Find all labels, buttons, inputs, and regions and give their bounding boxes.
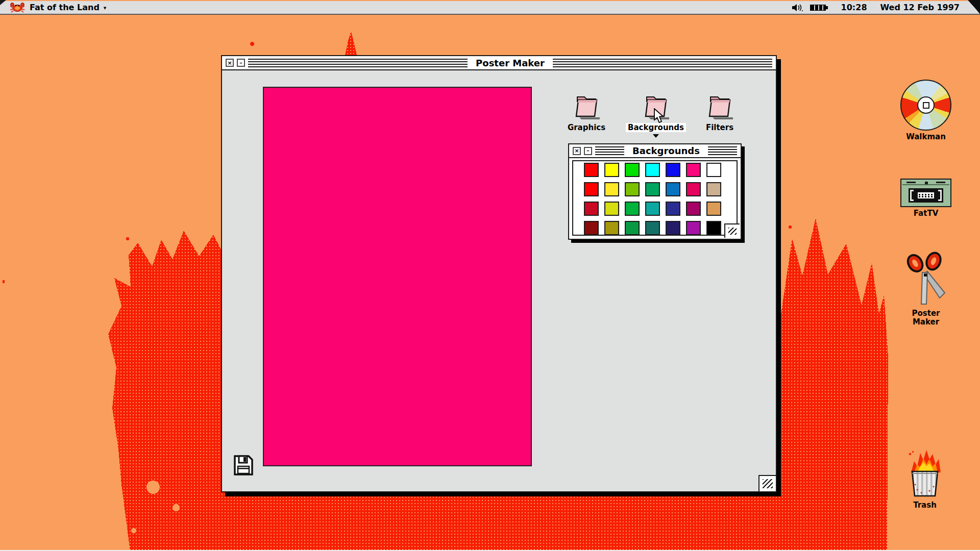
color-swatch[interactable] — [604, 202, 619, 216]
window-resize-grip[interactable] — [758, 475, 776, 491]
color-swatch[interactable] — [686, 221, 701, 235]
color-swatch[interactable] — [686, 202, 701, 216]
app-menu-label: Fat of the Land — [30, 3, 100, 12]
folder-filters[interactable]: Filters — [689, 94, 750, 132]
poster-maker-window: × – Poster Maker Graphics Backgrounds — [221, 55, 777, 492]
folder-graphics[interactable]: Graphics — [556, 94, 617, 132]
color-swatch[interactable] — [604, 182, 619, 196]
minimize-button[interactable]: – — [237, 59, 245, 67]
color-swatch[interactable] — [604, 163, 619, 177]
cursor-arrow — [653, 108, 665, 123]
color-swatch[interactable] — [604, 221, 619, 235]
color-swatch[interactable] — [625, 163, 640, 177]
folder-backgrounds-caret — [653, 134, 659, 138]
close-button[interactable]: × — [226, 59, 234, 67]
battery-icon — [810, 4, 829, 12]
palette-titlebar[interactable]: × – Backgrounds — [569, 144, 741, 158]
color-swatch[interactable] — [645, 202, 660, 216]
app-menu[interactable]: Fat of the Land ▾ — [7, 2, 108, 14]
speaker-icon — [791, 3, 804, 12]
color-swatch[interactable] — [686, 163, 701, 177]
color-swatch[interactable] — [706, 163, 721, 177]
scissors-icon — [904, 251, 948, 306]
burning-trash-icon — [905, 450, 945, 497]
titlebar-lines — [595, 146, 624, 155]
desktop-icon-trash[interactable]: Trash — [898, 450, 951, 510]
crab-icon — [9, 2, 26, 14]
color-swatch[interactable] — [706, 221, 721, 235]
titlebar-lines — [248, 59, 468, 67]
minimize-button[interactable]: – — [584, 147, 592, 155]
palette-resize-grip[interactable] — [724, 223, 740, 238]
flame-speck — [3, 280, 5, 283]
poster-canvas[interactable] — [263, 87, 532, 466]
color-swatch[interactable] — [584, 182, 599, 196]
menu-clock: 10:28 — [841, 3, 867, 12]
app-menu-dropdown-arrow: ▾ — [104, 5, 107, 11]
menu-bar: Fat of the Land ▾ 10:28 Wed 12 Feb 1997 — [0, 1, 980, 15]
color-swatch[interactable] — [686, 182, 701, 196]
color-swatch[interactable] — [584, 163, 599, 177]
desktop-icon-label: Walkman — [899, 133, 952, 141]
color-swatch[interactable] — [706, 182, 721, 196]
desktop-icon-label: Trash — [898, 501, 951, 510]
color-swatch[interactable] — [625, 221, 640, 235]
color-swatch[interactable] — [666, 163, 680, 177]
titlebar-lines — [553, 59, 772, 67]
color-swatch[interactable] — [666, 182, 680, 196]
desktop-icon-label: FatTV — [899, 209, 952, 218]
color-swatch[interactable] — [584, 221, 599, 235]
resize-grip-lines — [763, 479, 773, 488]
folder-backgrounds-label: Backgrounds — [626, 123, 686, 132]
poster-window-titlebar[interactable]: × – Poster Maker — [222, 56, 776, 70]
folder-icon — [572, 94, 601, 120]
vhs-tape-icon — [900, 179, 951, 207]
color-swatch[interactable] — [625, 182, 640, 196]
desktop-icon-fattv[interactable]: FatTV — [899, 179, 952, 218]
color-swatch[interactable] — [645, 221, 660, 235]
folder-icon — [705, 94, 734, 120]
desktop-icon-label: Poster Maker — [905, 309, 946, 327]
desktop-icon-poster-maker[interactable]: Poster Maker — [899, 251, 952, 327]
poster-window-title: Poster Maker — [471, 58, 550, 68]
color-swatch[interactable] — [625, 202, 640, 216]
backgrounds-palette-window: × – Backgrounds — [568, 143, 742, 240]
color-swatch[interactable] — [645, 163, 660, 177]
swatch-grid — [572, 160, 738, 236]
cd-icon — [900, 80, 951, 131]
color-swatch[interactable] — [666, 221, 680, 235]
menu-date: Wed 12 Feb 1997 — [880, 3, 960, 12]
close-button[interactable]: × — [573, 147, 581, 155]
titlebar-lines — [708, 146, 737, 155]
folder-graphics-label: Graphics — [566, 123, 607, 132]
color-swatch[interactable] — [706, 202, 721, 216]
color-swatch[interactable] — [584, 202, 599, 216]
color-swatch[interactable] — [645, 182, 660, 196]
save-button[interactable] — [233, 455, 254, 476]
palette-window-title: Backgrounds — [627, 145, 705, 156]
desktop-icon-walkman[interactable]: Walkman — [899, 80, 952, 141]
resize-grip-lines — [728, 228, 737, 235]
color-swatch[interactable] — [666, 202, 680, 216]
folder-filters-label: Filters — [704, 123, 736, 132]
